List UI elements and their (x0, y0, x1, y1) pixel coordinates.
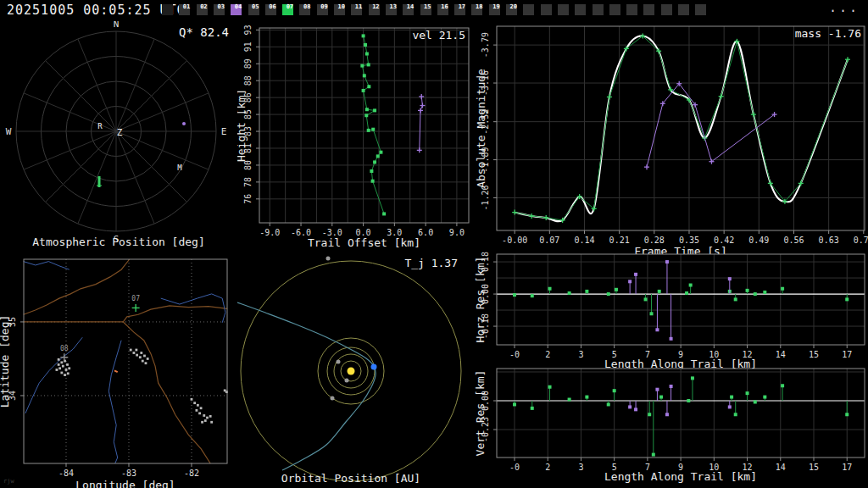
event-box-10[interactable]: 10 (334, 4, 345, 15)
svg-text:Longitude [deg]: Longitude [deg] (75, 479, 175, 488)
event-box-12[interactable]: 12 (369, 4, 380, 15)
ground-map-panel: 0708-84-83-823534Longitude [deg]Latitude… (0, 250, 237, 488)
svg-text:76: 76 (243, 194, 253, 204)
event-box-16[interactable]: 16 (437, 4, 448, 15)
event-box-14[interactable]: 14 (403, 4, 414, 15)
svg-text:93: 93 (243, 25, 253, 35)
vert-residuals-panel: -02357910121415170.00-0.23Length Along T… (475, 364, 868, 488)
svg-text:0.28: 0.28 (644, 236, 665, 245)
event-box-label: 09 (320, 3, 327, 10)
event-box-label: 11 (355, 3, 362, 10)
svg-text:-0.00: -0.00 (502, 236, 527, 245)
corner-stat: Q* 82.4 (179, 25, 229, 39)
map-grid (24, 259, 227, 463)
event-box-20[interactable]: 20 (506, 4, 517, 15)
svg-text:17: 17 (842, 463, 852, 472)
event-box-15[interactable]: 15 (420, 4, 431, 15)
event-box[interactable] (558, 4, 569, 15)
event-box-label: 03 (217, 3, 224, 10)
svg-text:0.21: 0.21 (609, 236, 630, 245)
event-box[interactable] (575, 4, 586, 15)
event-box[interactable] (162, 4, 173, 15)
svg-text:08: 08 (60, 345, 69, 352)
svg-text:Vert Res [km]: Vert Res [km] (475, 370, 487, 457)
svg-text:Length Along Trail [km]: Length Along Trail [km] (604, 470, 757, 483)
svg-text:N: N (114, 21, 120, 30)
meteor-ground-track (114, 370, 118, 372)
event-box[interactable] (541, 4, 552, 15)
event-box-01[interactable]: 01 (179, 4, 190, 15)
svg-text:88: 88 (243, 75, 253, 86)
event-box[interactable] (609, 4, 620, 15)
event-box-03[interactable]: 03 (214, 4, 225, 15)
svg-text:17: 17 (842, 350, 852, 359)
svg-text:3: 3 (578, 350, 583, 359)
event-box-label: 13 (389, 3, 396, 10)
event-box-label: 06 (269, 3, 275, 10)
event-box-label: 08 (303, 3, 310, 10)
event-box-label: 15 (424, 3, 431, 10)
event-box-05[interactable]: 05 (248, 4, 259, 15)
event-box[interactable] (643, 4, 654, 15)
event-box[interactable] (678, 4, 689, 15)
event-box-17[interactable]: 17 (454, 4, 465, 15)
svg-text:14: 14 (776, 350, 786, 359)
trail-offset-panel: -9.0-6.0-3.00.03.06.09.09391898886858381… (237, 21, 475, 254)
event-box-label: 20 (510, 3, 517, 10)
event-box[interactable] (695, 4, 706, 15)
event-box-label: 04 (235, 3, 242, 10)
svg-text:-82: -82 (184, 469, 199, 478)
event-box-04[interactable]: 04 (231, 4, 242, 15)
event-box[interactable] (523, 4, 534, 15)
svg-text:Horz Res [km]: Horz Res [km] (475, 257, 487, 343)
svg-text:Height [km]: Height [km] (237, 89, 248, 162)
event-box-11[interactable]: 11 (351, 4, 362, 15)
svg-text:0.63: 0.63 (819, 236, 839, 245)
fitted-curve (515, 36, 848, 221)
atmospheric-position-panel: NSWEZRMQ* 82.4Atmospheric Position [deg] (0, 21, 237, 254)
svg-text:2: 2 (545, 350, 550, 359)
axis-labels: Trail Offset [km]Height [km] (237, 89, 420, 249)
event-box[interactable] (593, 4, 604, 15)
series-station-2-horz (628, 260, 732, 341)
event-box-09[interactable]: 09 (317, 4, 328, 15)
event-box-19[interactable]: 19 (489, 4, 500, 15)
event-box[interactable] (661, 4, 672, 15)
svg-text:0.56: 0.56 (783, 236, 804, 245)
svg-text:R: R (97, 122, 103, 130)
event-box-02[interactable]: 02 (197, 4, 208, 15)
event-box-label: 19 (492, 3, 499, 10)
event-box-07[interactable]: 07 (282, 4, 293, 15)
svg-text:Q* 82.4: Q* 82.4 (179, 25, 229, 39)
rivers (24, 262, 225, 463)
event-box-06[interactable]: 06 (265, 4, 276, 15)
svg-text:-0: -0 (509, 350, 520, 359)
event-box-08[interactable]: 08 (299, 4, 310, 15)
svg-text:T_j 1.37: T_j 1.37 (404, 257, 458, 269)
event-box-label: 17 (459, 3, 465, 10)
event-box-label: 12 (372, 3, 379, 10)
series-station-1-trail (360, 34, 386, 215)
svg-text:0.14: 0.14 (574, 236, 594, 245)
corner-stat: mass -1.76 (795, 27, 861, 40)
svg-text:15: 15 (809, 350, 819, 359)
urban-areas (56, 349, 228, 424)
svg-text:3: 3 (578, 463, 583, 472)
axis-labels: Longitude [deg]Latitude [deg] (0, 315, 175, 488)
svg-text:-1.26: -1.26 (481, 185, 490, 210)
grid (497, 26, 865, 230)
event-box-13[interactable]: 13 (386, 4, 397, 15)
sun-marker (348, 368, 355, 375)
radiant-dot (182, 122, 186, 125)
svg-text:E: E (221, 126, 227, 137)
plot-frame (497, 26, 865, 230)
station-marker-07: 07 (131, 295, 140, 312)
event-box[interactable] (626, 4, 637, 15)
series-station-2-trail (417, 94, 426, 152)
sky-point-label-R: R (97, 122, 103, 130)
event-box-18[interactable]: 18 (471, 4, 482, 15)
overflow-menu-icon[interactable]: ... (829, 0, 860, 15)
svg-text:15: 15 (809, 463, 819, 472)
sky-point-label-M: M (177, 164, 182, 172)
svg-text:Absolute Magnitude: Absolute Magnitude (475, 69, 487, 188)
